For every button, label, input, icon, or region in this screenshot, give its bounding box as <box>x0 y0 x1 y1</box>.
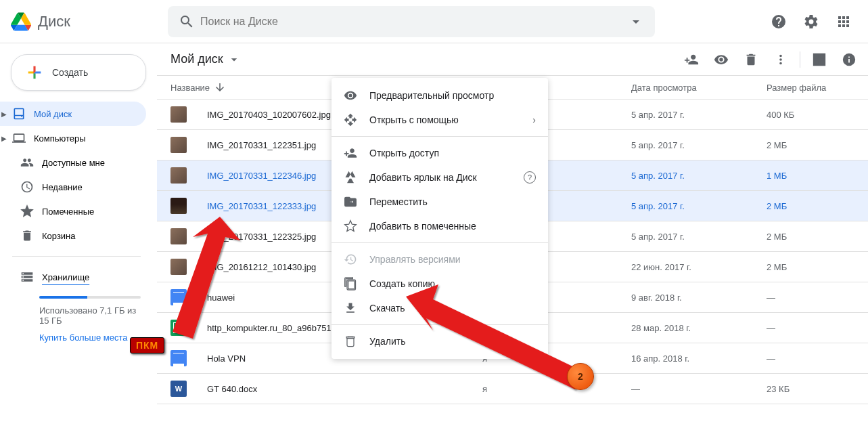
file-date: 16 апр. 2018 г. <box>631 353 767 364</box>
file-name: GT 640.docx <box>207 384 482 394</box>
file-row[interactable]: W GT 640.docx я — 23 КБ <box>157 374 868 404</box>
annotation-pkm-badge: ПКМ <box>130 337 164 353</box>
chevron-right-icon: › <box>532 114 536 125</box>
file-type-icon <box>170 198 187 214</box>
computers-icon <box>12 131 26 145</box>
menu-divider <box>332 136 548 137</box>
annotation-step-2-badge: 2 <box>567 363 594 390</box>
share-icon[interactable] <box>678 46 705 73</box>
divider <box>12 256 141 257</box>
star-icon <box>20 205 34 218</box>
menu-star[interactable]: Добавить в помеченные <box>332 214 548 238</box>
file-date: 28 мар. 2018 г. <box>631 323 767 333</box>
nav-label: Доступные мне <box>42 158 105 168</box>
file-type-icon <box>170 228 187 244</box>
file-type-icon <box>170 259 187 275</box>
menu-open-with[interactable]: Открыть с помощью› <box>332 108 548 132</box>
sidebar: Создать ▶ Мой диск ▶ Компьютеры Доступны… <box>0 43 157 430</box>
nav-label: Мой диск <box>34 109 72 119</box>
create-button[interactable]: Создать <box>11 54 146 91</box>
menu-download[interactable]: Скачать <box>332 296 548 320</box>
search-input[interactable] <box>200 16 622 28</box>
breadcrumb-label: Мой диск <box>170 52 223 66</box>
file-date: 5 апр. 2017 г. <box>631 232 767 242</box>
file-size: 2 МБ <box>767 201 854 211</box>
help-icon[interactable]: ? <box>524 171 536 184</box>
star-icon <box>344 219 357 233</box>
caret-icon: ▶ <box>1 135 7 142</box>
file-size: — <box>767 293 854 303</box>
sidebar-item-shared[interactable]: Доступные мне <box>0 150 146 175</box>
delete-icon[interactable] <box>737 46 764 73</box>
buy-more-link[interactable]: Купить больше места <box>39 332 141 343</box>
drive-icon <box>12 107 26 121</box>
nav-label: Компьютеры <box>34 133 86 144</box>
file-type-icon <box>170 106 187 123</box>
file-date: 5 апр. 2017 г. <box>631 171 767 181</box>
shared-icon <box>20 156 34 169</box>
search-box[interactable] <box>168 6 655 37</box>
sidebar-item-computers[interactable]: ▶ Компьютеры <box>0 126 146 150</box>
file-date: 5 апр. 2017 г. <box>631 110 767 120</box>
header: Диск <box>0 0 868 43</box>
col-size[interactable]: Размер файла <box>767 83 854 93</box>
drive-shortcut-icon <box>344 171 357 184</box>
file-size: 2 МБ <box>767 232 854 242</box>
nav-label: Корзина <box>42 231 76 241</box>
nav-label: Помеченные <box>42 207 94 217</box>
preview-icon[interactable] <box>708 46 735 73</box>
trash-icon <box>20 229 34 242</box>
logo-section[interactable]: Диск <box>11 12 168 32</box>
file-size: 1 МБ <box>767 171 854 181</box>
file-type-icon <box>170 167 187 184</box>
help-icon[interactable] <box>765 8 792 35</box>
menu-delete[interactable]: Удалить <box>332 329 548 353</box>
file-date: 5 апр. 2017 г. <box>631 201 767 211</box>
col-date[interactable]: Дата просмотра <box>631 83 767 93</box>
file-size: — <box>767 353 854 364</box>
sidebar-item-storage[interactable]: Хранилище <box>0 265 146 289</box>
move-icon <box>344 195 357 209</box>
file-date: 5 апр. 2017 г. <box>631 140 767 150</box>
menu-move[interactable]: Переместить <box>332 190 548 214</box>
apps-icon[interactable] <box>830 8 857 35</box>
file-date: 9 авг. 2018 г. <box>631 293 767 303</box>
nav-label: Хранилище <box>42 272 89 282</box>
search-icon[interactable] <box>173 8 200 35</box>
grid-view-icon[interactable] <box>806 46 833 73</box>
sidebar-item-trash[interactable]: Корзина <box>0 223 146 248</box>
menu-share[interactable]: Открыть доступ <box>332 141 548 165</box>
info-icon[interactable] <box>836 46 863 73</box>
sidebar-item-my-drive[interactable]: ▶ Мой диск <box>0 102 146 126</box>
context-menu: Предварительный просмотр Открыть с помощ… <box>332 78 548 359</box>
settings-icon[interactable] <box>798 8 825 35</box>
caret-icon: ▶ <box>1 110 7 118</box>
menu-add-shortcut[interactable]: Добавить ярлык на Диск? <box>332 165 548 190</box>
file-date: — <box>631 384 767 394</box>
eye-icon <box>344 89 357 102</box>
toolbar-right <box>678 46 863 73</box>
storage-icon <box>20 270 34 284</box>
file-date: 22 июн. 2017 г. <box>631 262 767 272</box>
header-right <box>765 8 857 35</box>
menu-copy[interactable]: Создать копию <box>332 272 548 296</box>
download-icon <box>344 301 357 315</box>
menu-preview[interactable]: Предварительный просмотр <box>332 83 548 108</box>
nav-label: Недавние <box>42 182 83 192</box>
breadcrumb[interactable]: Мой диск <box>170 52 241 66</box>
file-type-icon <box>170 137 187 153</box>
file-size: — <box>767 323 854 333</box>
app-name: Диск <box>38 13 70 30</box>
sidebar-item-recent[interactable]: Недавние <box>0 175 146 199</box>
menu-divider <box>332 242 548 243</box>
more-icon[interactable] <box>767 46 794 73</box>
history-icon <box>344 253 357 266</box>
file-type-icon <box>170 350 187 366</box>
storage-bar <box>39 296 141 299</box>
open-with-icon <box>344 113 357 127</box>
copy-icon <box>344 277 357 291</box>
sidebar-item-starred[interactable]: Помеченные <box>0 199 146 223</box>
file-type-icon <box>170 289 187 305</box>
separator <box>800 51 800 68</box>
search-options-icon[interactable] <box>622 8 649 35</box>
